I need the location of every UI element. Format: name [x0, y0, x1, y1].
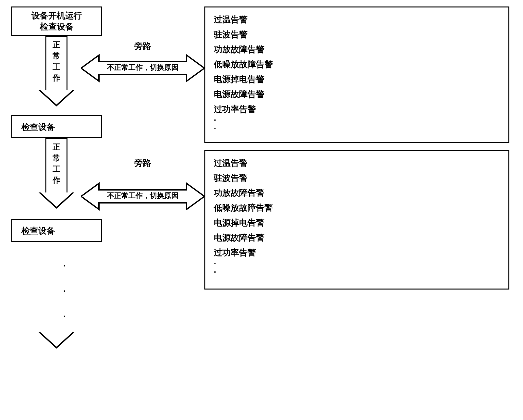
- alarm-item: 低噪放故障告警: [214, 200, 500, 215]
- normal-op-char4b: 作: [53, 176, 60, 184]
- normal-op-char1b: 正: [53, 142, 60, 151]
- alarm-item: 驻波告警: [214, 170, 500, 185]
- alarm-item: 电源故障告警: [214, 87, 500, 102]
- normal-op-char2b: 常: [53, 154, 60, 162]
- start-box: 设备开机运行 检查设备: [11, 6, 102, 36]
- alarm-box-2: 过温告警 驻波告警 功放故障告警 低噪放故障告警 电源掉电告警 电源故障告警 过…: [204, 150, 509, 290]
- normal-op-char3: 工: [53, 62, 60, 71]
- alarm-item: 过温告警: [214, 12, 500, 27]
- alarm-item: 电源掉电告警: [214, 72, 500, 87]
- check-label-2: 检查设备: [21, 226, 55, 236]
- dot1: ·: [63, 260, 66, 271]
- check-label-1: 检查设备: [21, 122, 55, 132]
- alarm-ellipsis: ·: [214, 124, 500, 133]
- check-box-2: 检查设备: [11, 219, 102, 242]
- normal-op-char4: 作: [53, 73, 60, 82]
- normal-op-char2: 常: [53, 51, 60, 60]
- bypass-arrow-2: 旁路 不正常工作，切换原因: [81, 182, 204, 211]
- down-arrow-2: 正 常 工 作: [45, 138, 67, 209]
- alarm-item: 电源故障告警: [214, 230, 500, 245]
- normal-op-char1: 正: [53, 40, 60, 49]
- alarm-item: 过功率告警: [214, 102, 500, 117]
- bypass-reason-2: 不正常工作，切换原因: [101, 191, 185, 201]
- bypass-label-1: 旁路: [81, 41, 204, 52]
- bypass-reason-1: 不正常工作，切换原因: [101, 63, 185, 72]
- continuation-arrow: · · ·: [45, 253, 67, 349]
- bypass-label-2: 旁路: [81, 157, 204, 169]
- alarm-box-1: 过温告警 驻波告警 功放故障告警 低噪放故障告警 电源掉电告警 电源故障告警 过…: [204, 6, 509, 143]
- flowchart-diagram: 设备开机运行 检查设备 正 常 工 作 旁路 不正常工作，切换原因 过温告警 驻…: [6, 6, 516, 414]
- alarm-item: 电源掉电告警: [214, 215, 500, 230]
- alarm-item: 功放故障告警: [214, 42, 500, 57]
- alarm-item: 过温告警: [214, 155, 500, 170]
- dot3: ·: [63, 311, 66, 322]
- alarm-item: 过功率告警: [214, 245, 500, 260]
- alarm-item: 低噪放故障告警: [214, 57, 500, 72]
- dot2: ·: [63, 286, 66, 296]
- down-arrow-1: 正 常 工 作: [45, 36, 67, 106]
- start-line2: 检查设备: [40, 22, 74, 31]
- alarm-item: 驻波告警: [214, 27, 500, 42]
- alarm-item: 功放故障告警: [214, 185, 500, 200]
- check-box-1: 检查设备: [11, 115, 102, 138]
- bypass-arrow-1: 旁路 不正常工作，切换原因: [81, 54, 204, 83]
- normal-op-char3b: 工: [53, 165, 60, 173]
- start-line1: 设备开机运行: [31, 11, 82, 20]
- alarm-ellipsis: ·: [214, 267, 500, 277]
